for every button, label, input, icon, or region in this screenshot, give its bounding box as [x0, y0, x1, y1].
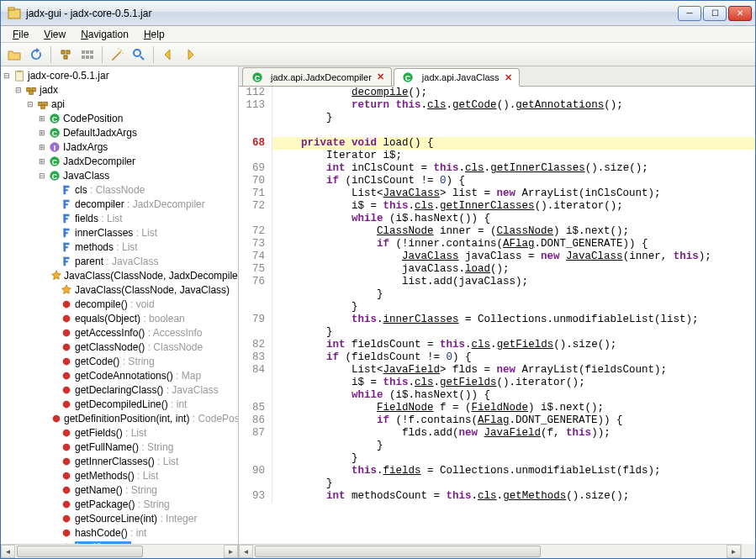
menu-help[interactable]: Help — [137, 27, 172, 42]
code-line[interactable]: 68 private void load() { — [239, 137, 755, 150]
tree-twist-icon[interactable]: ⊟ — [3, 71, 11, 80]
code-line[interactable]: 76 list.add(javaClass); — [239, 276, 755, 288]
code-line[interactable]: 70 if (inClsCount != 0) { — [239, 175, 755, 187]
code-line[interactable]: 86 if (!f.contains(AFlag.DONT_GENERATE))… — [239, 414, 755, 427]
tree-member-getInnerClasses[interactable]: getInnerClasses() : List — [1, 454, 238, 468]
tree-member-getCodeAnnotations[interactable]: getCodeAnnotations() : Map — [1, 368, 238, 382]
code-editor[interactable]: 112 decompile();113 return this.cls.getC… — [239, 87, 755, 544]
deobfuscate-button[interactable] — [77, 45, 98, 64]
code-line[interactable]: 82 int fieldsCount = this.cls.getFields(… — [239, 339, 755, 351]
code-line[interactable]: Iterator i$; — [239, 150, 755, 162]
tree-hscroll[interactable]: ◄ ► — [1, 544, 238, 558]
tree-member-getDefinitionPositionintint[interactable]: getDefinitionPosition(int, int) : CodePo… — [1, 411, 238, 425]
close-button[interactable]: ✕ — [728, 6, 752, 21]
maximize-button[interactable]: ☐ — [703, 6, 727, 21]
code-line[interactable]: i$ = this.cls.getFields().iterator(); — [239, 377, 755, 389]
flat-packages-button[interactable] — [56, 45, 76, 64]
tree-member-fields[interactable]: fields : List — [1, 211, 238, 225]
code-line[interactable]: } — [239, 452, 755, 465]
code-line[interactable]: } — [239, 440, 755, 452]
menu-view[interactable]: View — [37, 27, 72, 42]
code-line[interactable]: 79 this.innerClasses = Collections.unmod… — [239, 314, 755, 326]
code-line[interactable]: } — [239, 326, 755, 339]
code-line[interactable]: 90 this.fields = Collections.unmodifiabl… — [239, 465, 755, 477]
code-line[interactable]: 93 int methodsCount = this.cls.getMethod… — [239, 490, 755, 503]
tree-class-CodePosition[interactable]: ⊞CCodePosition — [1, 111, 238, 125]
editor-hscroll[interactable]: ◄ ► — [239, 544, 741, 558]
code-line[interactable]: } — [239, 288, 755, 301]
tree-member-getPackage[interactable]: getPackage() : String — [1, 497, 238, 511]
tree-member-JavaClassClassNodeJadxDecompiler[interactable]: JavaClass(ClassNode, JadxDecompiler) — [1, 268, 238, 282]
tree-member-getMethods[interactable]: getMethods() : List — [1, 468, 238, 483]
back-button[interactable] — [158, 45, 178, 64]
tree-member-decompile[interactable]: decompile() : void — [1, 297, 238, 311]
tree-twist-icon[interactable]: ⊟ — [26, 100, 34, 108]
code-line[interactable]: } — [239, 112, 755, 124]
tree-member-equalsObject[interactable]: equals(Object) : boolean — [1, 311, 238, 325]
menu-navigation[interactable]: Navigation — [74, 27, 135, 42]
code-line[interactable]: 84 List<JavaField> flds = new ArrayList(… — [239, 364, 755, 377]
code-line[interactable]: 112 decompile(); — [239, 87, 755, 99]
scroll-left-icon[interactable]: ◄ — [1, 545, 15, 558]
code-line[interactable]: 83 if (fieldsCount != 0) { — [239, 351, 755, 364]
tree-member-JavaClassClassNodeJavaClass[interactable]: JavaClass(ClassNode, JavaClass) — [1, 282, 238, 297]
tree-twist-icon[interactable]: ⊟ — [14, 86, 23, 94]
tab-close-icon[interactable]: ✕ — [377, 71, 384, 82]
search-button[interactable] — [129, 45, 149, 64]
tree-member-getName[interactable]: getName() : String — [1, 483, 238, 497]
editor-tab[interactable]: Cjadx.api.JavaClass✕ — [394, 68, 520, 87]
code-line[interactable]: 87 flds.add(new JavaField(f, this)); — [239, 427, 755, 440]
code-line[interactable]: 72 ClassNode inner = (ClassNode) i$.next… — [239, 225, 755, 238]
tree-member-getSourceLineint[interactable]: getSourceLine(int) : Integer — [1, 511, 238, 525]
forward-button[interactable] — [180, 45, 200, 64]
tree-member-innerClasses[interactable]: innerClasses : List — [1, 225, 238, 240]
code-line[interactable]: while (i$.hasNext()) { — [239, 389, 755, 402]
code-line[interactable]: 71 List<JavaClass> list = new ArrayList(… — [239, 187, 755, 200]
tree-member-parent[interactable]: parent : JavaClass — [1, 254, 238, 268]
tree-twist-icon[interactable]: ⊞ — [38, 114, 46, 123]
sync-button[interactable] — [26, 45, 46, 64]
tree-class-IJadxArgs[interactable]: ⊞IIJadxArgs — [1, 140, 238, 154]
code-line[interactable]: 74 JavaClass javaClass = new JavaClass(i… — [239, 250, 755, 263]
tree-member-hashCode[interactable]: hashCode() : int — [1, 525, 238, 540]
code-line[interactable]: 72 i$ = this.cls.getInnerClasses().itera… — [239, 200, 755, 213]
tree-twist-icon[interactable]: ⊞ — [38, 143, 46, 151]
tree-pkg-api[interactable]: ⊟api — [1, 97, 238, 111]
code-line[interactable]: 75 javaClass.load(); — [239, 263, 755, 276]
code-line[interactable]: 69 int inClsCount = this.cls.getInnerCla… — [239, 162, 755, 175]
code-line[interactable]: 73 if (!inner.contains(AFlag.DONT_GENERA… — [239, 238, 755, 250]
menu-file[interactable]: File — [6, 27, 35, 42]
code-line[interactable]: while (i$.hasNext()) { — [239, 213, 755, 225]
tree-class-JavaClass[interactable]: ⊟CJavaClass — [1, 168, 238, 182]
tree-member-getCode[interactable]: getCode() : String — [1, 354, 238, 368]
code-line[interactable] — [239, 124, 755, 137]
tree-member-cls[interactable]: cls : ClassNode — [1, 182, 238, 197]
minimize-button[interactable]: ─ — [678, 6, 701, 21]
scroll-right-icon[interactable]: ► — [727, 545, 741, 558]
tree-twist-icon[interactable]: ⊞ — [38, 129, 46, 137]
code-line[interactable]: 113 return this.cls.getCode().getAnnotat… — [239, 99, 755, 112]
code-line[interactable]: 85 FieldNode f = (FieldNode) i$.next(); — [239, 402, 755, 414]
tree-member-getClassNode[interactable]: getClassNode() : ClassNode — [1, 340, 238, 354]
tree-twist-icon[interactable]: ⊟ — [38, 171, 46, 180]
tree-member-getFields[interactable]: getFields() : List — [1, 425, 238, 440]
tree-member-getFullName[interactable]: getFullName() : String — [1, 440, 238, 454]
tree-root[interactable]: ⊟jadx-core-0.5.1.jar — [1, 68, 238, 82]
tree-twist-icon[interactable]: ⊞ — [38, 157, 46, 166]
tree-member-getDeclaringClass[interactable]: getDeclaringClass() : JavaClass — [1, 382, 238, 397]
open-button[interactable] — [4, 45, 24, 64]
editor-tab[interactable]: Cjadx.api.JadxDecompiler✕ — [242, 67, 392, 86]
code-line[interactable]: } — [239, 477, 755, 490]
tree-class-JadxDecompiler[interactable]: ⊞CJadxDecompiler — [1, 154, 238, 168]
tree-pkg-jadx[interactable]: ⊟jadx — [1, 82, 238, 97]
tree-member-decompiler[interactable]: decompiler : JadxDecompiler — [1, 197, 238, 211]
tree-member-methods[interactable]: methods : List — [1, 240, 238, 254]
package-tree[interactable]: ⊟jadx-core-0.5.1.jar⊟jadx⊟api⊞CCodePosit… — [1, 66, 238, 544]
wand-button[interactable] — [107, 45, 127, 64]
scroll-left-icon[interactable]: ◄ — [239, 545, 253, 558]
code-line[interactable]: } — [239, 301, 755, 314]
tree-member-getDecompiledLine[interactable]: getDecompiledLine() : int — [1, 397, 238, 411]
scroll-right-icon[interactable]: ► — [224, 545, 238, 558]
tree-class-DefaultJadxArgs[interactable]: ⊞CDefaultJadxArgs — [1, 125, 238, 140]
tab-close-icon[interactable]: ✕ — [505, 72, 512, 83]
